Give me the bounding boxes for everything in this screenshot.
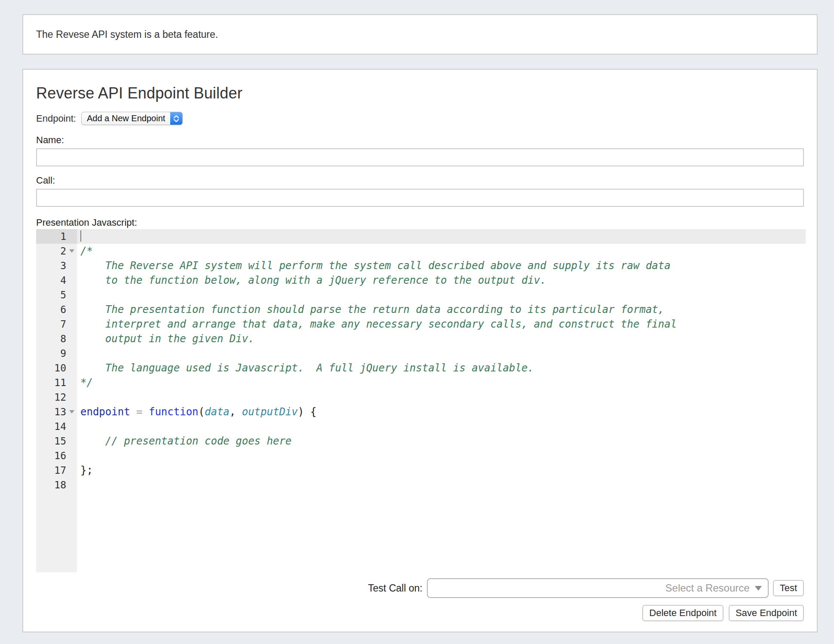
fold-column xyxy=(66,448,77,463)
code-text xyxy=(77,229,806,244)
gutter-cell: 15 xyxy=(36,434,77,448)
code-text: // presentation code goes here xyxy=(77,434,806,448)
line-number: 13 xyxy=(36,405,66,419)
fold-arrow-icon[interactable] xyxy=(69,410,74,414)
code-text: The Reverse API system will perform the … xyxy=(77,258,806,273)
code-text: */ xyxy=(77,375,806,390)
code-line[interactable]: 12 xyxy=(36,390,806,405)
fold-column xyxy=(66,390,77,405)
endpoint-row: Endpoint: Add a New Endpoint xyxy=(36,112,804,125)
gutter-cell: 7 xyxy=(36,317,77,331)
code-line[interactable]: 7 interpret and arrange that data, make … xyxy=(36,317,806,331)
gutter-cell: 16 xyxy=(36,448,77,463)
code-text: /* xyxy=(77,244,806,258)
code-token: ( xyxy=(199,406,205,418)
code-line[interactable]: 2/* xyxy=(36,244,806,258)
line-number: 3 xyxy=(36,258,66,273)
gutter-cell: 2 xyxy=(36,244,77,258)
gutter-cell: 6 xyxy=(36,302,77,317)
code-text xyxy=(77,346,806,361)
name-input[interactable] xyxy=(36,148,804,166)
gutter-cell: 9 xyxy=(36,346,77,361)
code-line[interactable]: 17}; xyxy=(36,463,806,478)
line-number: 17 xyxy=(36,463,66,478)
save-endpoint-button[interactable]: Save Endpoint xyxy=(729,605,804,621)
code-text: to the function below, along with a jQue… xyxy=(77,273,806,288)
code-text: interpret and arrange that data, make an… xyxy=(77,317,806,331)
gutter-cell: 8 xyxy=(36,331,77,346)
code-token xyxy=(143,406,149,418)
fold-column xyxy=(66,463,77,478)
resource-placeholder: Select a Resource xyxy=(665,582,750,594)
code-line[interactable]: 9 xyxy=(36,346,806,361)
line-number: 9 xyxy=(36,346,66,361)
call-label: Call: xyxy=(36,175,804,186)
code-line[interactable]: 6 The presentation function should parse… xyxy=(36,302,806,317)
gutter-cell: 5 xyxy=(36,288,77,302)
code-text: }; xyxy=(77,463,806,478)
test-call-row: Test Call on: Select a Resource Test xyxy=(36,578,804,598)
fold-column xyxy=(66,273,77,288)
line-number: 2 xyxy=(36,244,66,258)
code-line[interactable]: 3 The Reverse API system will perform th… xyxy=(36,258,806,273)
code-text: endpoint = function(data, outputDiv) { xyxy=(77,405,806,419)
line-number: 4 xyxy=(36,273,66,288)
code-line[interactable]: 15 // presentation code goes here xyxy=(36,434,806,448)
code-line[interactable]: 18 xyxy=(36,478,806,492)
line-number: 5 xyxy=(36,288,66,302)
code-line[interactable]: 14 xyxy=(36,419,806,434)
name-label: Name: xyxy=(36,135,804,146)
line-number: 6 xyxy=(36,302,66,317)
fold-column xyxy=(66,331,77,346)
delete-endpoint-button[interactable]: Delete Endpoint xyxy=(642,605,724,621)
fold-column xyxy=(66,361,77,375)
code-editor[interactable]: 12/*3 The Reverse API system will perfor… xyxy=(36,229,806,572)
call-input[interactable] xyxy=(36,189,804,207)
code-line[interactable]: 11*/ xyxy=(36,375,806,390)
test-button[interactable]: Test xyxy=(773,580,804,596)
code-token: // presentation code goes here xyxy=(80,435,291,447)
line-number: 10 xyxy=(36,361,66,375)
code-text xyxy=(77,288,806,302)
code-line[interactable]: 8 output in the given Div. xyxy=(36,331,806,346)
actions-row: Delete Endpoint Save Endpoint xyxy=(36,605,804,621)
line-number: 1 xyxy=(36,229,66,244)
gutter-cell: 3 xyxy=(36,258,77,273)
line-number: 11 xyxy=(36,375,66,390)
code-token: ) { xyxy=(298,406,316,418)
code-text xyxy=(77,448,806,463)
line-number: 16 xyxy=(36,448,66,463)
code-line[interactable]: 13endpoint = function(data, outputDiv) { xyxy=(36,405,806,419)
fold-column xyxy=(66,244,77,258)
select-chevrons-icon xyxy=(170,112,182,125)
fold-column xyxy=(66,375,77,390)
code-line[interactable]: 10 The language used is Javascript. A fu… xyxy=(36,361,806,375)
code-text xyxy=(77,419,806,434)
code-line[interactable]: 16 xyxy=(36,448,806,463)
resource-combobox[interactable]: Select a Resource xyxy=(427,578,769,598)
code-line[interactable]: 1 xyxy=(36,229,806,244)
fold-column xyxy=(66,302,77,317)
page-title: Reverse API Endpoint Builder xyxy=(36,84,804,102)
endpoint-select[interactable]: Add a New Endpoint xyxy=(81,112,183,125)
code-token: endpoint xyxy=(80,406,130,418)
code-line[interactable]: 4 to the function below, along with a jQ… xyxy=(36,273,806,288)
code-text: The language used is Javascript. A full … xyxy=(77,361,806,375)
line-number: 7 xyxy=(36,317,66,331)
code-token: }; xyxy=(80,464,93,476)
chevron-down-icon xyxy=(755,586,762,591)
fold-arrow-icon[interactable] xyxy=(69,249,74,253)
code-token: to the function below, along with a jQue… xyxy=(80,274,546,286)
code-token: , xyxy=(230,406,242,418)
code-token: outputDiv xyxy=(242,406,298,418)
beta-notice-text: The Revese API system is a beta feature. xyxy=(36,29,218,40)
code-token: function xyxy=(149,406,199,418)
code-line[interactable]: 5 xyxy=(36,288,806,302)
line-number: 14 xyxy=(36,419,66,434)
code-token: output in the given Div. xyxy=(80,333,254,345)
line-number: 12 xyxy=(36,390,66,405)
code-token xyxy=(130,406,136,418)
code-text xyxy=(77,478,806,492)
gutter-cell: 13 xyxy=(36,405,77,419)
code-token: The language used is Javascript. A full … xyxy=(80,362,534,374)
